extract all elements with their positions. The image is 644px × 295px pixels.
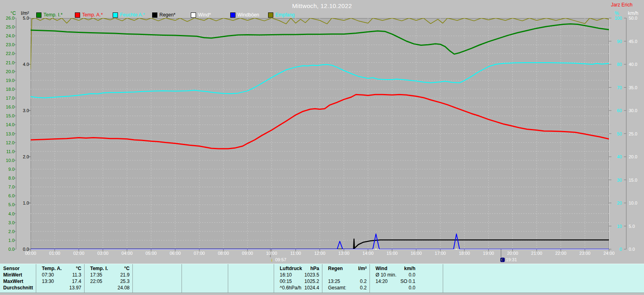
x-axis-tick-label: 08:00	[215, 251, 232, 256]
table-row-label: Durchschnitt	[0, 285, 36, 291]
wind-axis-tick-label: 25.0	[629, 131, 637, 136]
temp-axis-tick-label: 18.0	[1, 87, 14, 92]
table-cell-time: 13:25	[322, 279, 358, 284]
table-column-unit: °C	[69, 266, 84, 271]
table-cell-value: 1023.5	[304, 272, 322, 278]
temp-axis-tick-label: 3.0	[1, 220, 14, 225]
table-column-title: Temp. A.	[36, 266, 69, 271]
table-cell-value: SO 0.1	[400, 279, 443, 284]
x-axis-tick-label: 17:00	[431, 251, 449, 256]
x-axis-tick-label: 03:00	[94, 251, 112, 256]
table-column-unit: l/m²	[358, 266, 369, 271]
x-axis-tick-label: 14:00	[359, 251, 377, 256]
rain-axis-tick-label: 2.0	[18, 154, 29, 159]
temp-axis-tick-label: 14.0	[1, 122, 14, 127]
temp-axis-tick-label: 1.0	[1, 238, 14, 243]
temp-axis-tick-label: 20.0	[1, 69, 14, 74]
marker-0957: ↓09:57	[270, 257, 287, 262]
temp-axis-tick-label: 0.0	[1, 247, 14, 252]
table-cell-time: 22:05	[85, 279, 118, 284]
series-feuchte-a-	[31, 63, 609, 98]
humidity-axis-tick-label: 40	[611, 154, 622, 159]
wind-axis-tick-label: 45.0	[629, 39, 637, 44]
x-axis-tick-label: 19:00	[480, 251, 497, 256]
table-column-title: Wind	[370, 266, 400, 271]
rain-axis-tick-label: 1.0	[18, 201, 29, 205]
rain-axis-tick-label: 4.0	[18, 62, 29, 67]
table-cell-time: 13:30	[36, 279, 69, 284]
x-axis-tick-label: 01:00	[46, 251, 64, 256]
table-cell-time: 17:35	[85, 272, 118, 278]
wind-axis-tick-label: 10.0	[629, 201, 637, 205]
x-axis-tick-label: 16:00	[407, 251, 425, 256]
x-axis-tick-label: 07:00	[190, 251, 208, 256]
x-axis-tick-label: 10:00	[263, 251, 281, 256]
x-axis-tick-label: 22:00	[552, 251, 570, 256]
temp-axis-tick-label: 17.0	[1, 96, 14, 100]
x-axis-tick-label: 18:00	[456, 251, 473, 256]
temp-axis-tick-label: 6.0	[1, 193, 14, 198]
table-column-regen: Regenl/m²13:250.2Gesamt:0.2	[322, 264, 369, 293]
table-cell-value: 11.3	[69, 272, 84, 278]
table-column-title: Temp. I.	[85, 266, 118, 271]
x-axis-tick-label: 13:00	[335, 251, 353, 256]
table-column-unit: °C	[118, 266, 132, 271]
temp-axis-tick-label: 5.0	[1, 202, 14, 207]
weather-app-window: Mittwoch, 12.10.2022 Jarz Erich °C l/m² …	[0, 0, 644, 295]
humidity-axis-tick-label: 90	[611, 39, 622, 44]
table-cell-value: 0.0	[400, 272, 443, 278]
table-column-empty-8	[443, 264, 644, 293]
table-cell-time: 07:30	[36, 272, 69, 278]
table-column-temp-a-: Temp. A.°C07:3011.313:3017.413.97	[36, 264, 84, 293]
temp-axis-tick-label: 24.0	[1, 33, 14, 38]
humidity-axis-tick-label: 100	[611, 16, 622, 20]
temp-axis-tick-label: 22.0	[1, 51, 14, 56]
temp-axis-tick-label: 9.0	[1, 167, 14, 172]
x-axis-tick-label: 09:00	[239, 251, 256, 256]
x-axis-tick-label: 23:00	[576, 251, 594, 256]
x-axis-tick-label: 02:00	[70, 251, 88, 256]
temp-axis-tick-label: 11.0	[1, 149, 14, 154]
x-axis-tick-label: 15:00	[383, 251, 401, 256]
temp-axis-tick-label: 13.0	[1, 131, 14, 136]
table-cell-value: 0.0	[400, 285, 443, 291]
x-axis-tick-label: 24:00	[600, 251, 618, 256]
temp-axis-tick-label: 2.0	[1, 229, 14, 234]
wind-axis-tick-label: 35.0	[629, 85, 637, 90]
x-axis-tick-label: 20:00	[504, 251, 522, 256]
humidity-axis-tick-label: 10	[611, 224, 622, 229]
table-column-empty-3	[182, 264, 228, 293]
temp-axis-tick-label: 8.0	[1, 176, 14, 180]
rain-axis-tick-label: 5.0	[18, 16, 29, 20]
wind-axis-tick-label: 30.0	[629, 108, 637, 113]
wind-axis-tick-label: 5.0	[629, 224, 635, 229]
temp-axis-tick-label: 16.0	[1, 104, 14, 109]
table-column-temp-i-: Temp. I.°C17:3521.922:0525.324.08	[84, 264, 132, 293]
humidity-axis-tick-label: 60	[611, 108, 622, 113]
table-cell-value: 13.97	[69, 285, 84, 291]
table-row-labels-column: SensorMinWertMaxWertDurchschnitt	[0, 264, 36, 293]
table-column-wind: Windkm/hØ 10 min.0.014:20SO 0.10.0	[369, 264, 443, 293]
table-cell-value: 17.4	[69, 279, 84, 284]
table-cell-time: 14:20	[370, 279, 400, 284]
table-row-label: MinWert	[0, 272, 36, 278]
temp-axis-tick-label: 25.0	[1, 25, 14, 29]
table-column-unit: km/h	[400, 266, 443, 271]
table-cell-value: 0.2	[358, 285, 369, 291]
temp-axis-tick-label: 12.0	[1, 140, 14, 145]
temp-axis-tick-label: 21.0	[1, 60, 14, 65]
x-axis-tick-label: 05:00	[142, 251, 160, 256]
wind-axis-tick-label: 20.0	[629, 154, 637, 159]
marker-1931: ☾19:31	[500, 257, 517, 262]
rain-axis-tick-label: 3.0	[18, 108, 29, 113]
table-cell-value: 1024.4	[304, 285, 322, 291]
table-cell-time: 00:15	[274, 279, 304, 284]
table-column-empty-2	[132, 264, 182, 293]
wind-axis-tick-label: 40.0	[629, 62, 637, 67]
table-cell-value: 24.08	[118, 285, 132, 291]
wind-axis-tick-label: 15.0	[629, 178, 637, 182]
humidity-axis-tick-label: 80	[611, 62, 622, 67]
table-cell-value: 21.9	[118, 272, 132, 278]
table-column-title: Luftdruck	[274, 266, 304, 271]
table-cell-time: Ø 10 min.	[370, 272, 400, 278]
